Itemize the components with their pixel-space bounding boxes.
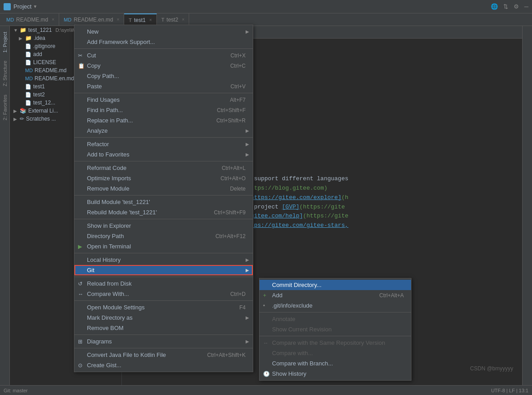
menu-item-cut[interactable]: ✂ Cut Ctrl+X: [74, 50, 253, 61]
menu-item-remove-module[interactable]: Remove Module Delete: [74, 183, 253, 194]
menu-mark-directory-label: Mark Directory as: [87, 314, 133, 321]
menu-item-reformat[interactable]: Reformat Code Ctrl+Alt+L: [74, 163, 253, 173]
menu-item-build-module[interactable]: Build Module 'test_1221': [74, 197, 253, 207]
sidebar-label-test2: test2: [33, 91, 45, 98]
menu-favorites-label: Add to Favorites: [87, 151, 130, 158]
tab-readme-md-close[interactable]: ×: [52, 17, 54, 22]
expand-icon[interactable]: ⇅: [503, 3, 508, 10]
tab-readme-en-md[interactable]: MD README.en.md ×: [59, 13, 124, 26]
separator-2: [74, 93, 253, 93]
scratches-arrow: ▶: [13, 117, 18, 122]
tab-readme-md[interactable]: MD README.md ×: [2, 13, 59, 26]
menu-item-reload[interactable]: ↺ Reload from Disk: [74, 278, 253, 289]
menu-item-directory-path[interactable]: Directory Path Ctrl+Alt+F12: [74, 231, 253, 241]
readme-md-icon: MD: [25, 68, 33, 73]
menu-add-framework-label: Add Framework Support...: [87, 39, 155, 45]
menu-find-usages-label: Find Usages: [87, 96, 120, 103]
paste-shortcut: Ctrl+V: [230, 83, 246, 90]
menu-item-remove-bom[interactable]: Remove BOM: [74, 323, 253, 333]
git-menu-show-history[interactable]: 🕐 Show History: [260, 369, 411, 379]
menu-item-compare-with[interactable]: ↔ Compare With... Ctrl+D: [74, 289, 253, 299]
compare-shortcut: Ctrl+D: [230, 291, 246, 297]
menu-cut-label: Cut: [87, 52, 96, 59]
menu-item-copy[interactable]: 📋 Copy Ctrl+C: [74, 61, 253, 71]
tab-bar: MD README.md × MD README.en.md × T test1…: [0, 13, 532, 26]
tab-test1-close[interactable]: ×: [149, 17, 152, 22]
menu-item-analyze[interactable]: Analyze: [74, 126, 253, 136]
git-separator-1: [260, 312, 411, 313]
menu-item-create-gist[interactable]: ⊙ Create Gist...: [74, 360, 253, 370]
project-dropdown[interactable]: Project ▼: [13, 3, 37, 10]
menu-item-find-in-path[interactable]: Find in Path... Ctrl+Shift+F: [74, 105, 253, 115]
menu-refactor-label: Refactor: [87, 141, 109, 148]
test1-file-icon: 📄: [25, 84, 31, 90]
menu-rebuild-module-label: Rebuild Module 'test_1221': [87, 209, 157, 216]
menu-optimize-label: Optimize Imports: [87, 175, 131, 182]
separator-10: [74, 334, 253, 335]
menu-copy-label: Copy: [87, 62, 100, 69]
test2-file-icon: 📄: [25, 92, 31, 98]
menu-item-replace-in-path[interactable]: Replace in Path... Ctrl+Shift+R: [74, 115, 253, 126]
sidebar-label-idea: .idea: [34, 35, 45, 41]
readme-en-icon: MD: [25, 76, 33, 81]
tab-test1[interactable]: T test1 ×: [124, 13, 157, 26]
add-icon: 📄: [25, 52, 31, 57]
sidebar-label-test12: test_12...: [33, 100, 55, 106]
globe-icon[interactable]: 🌐: [491, 3, 498, 10]
sidebar-label-test1221: test_1221: [28, 27, 52, 33]
side-tab-favorites[interactable]: 2: Favorites: [1, 91, 9, 124]
menu-item-new[interactable]: New: [74, 26, 253, 37]
menu-item-show-explorer[interactable]: Show in Explorer: [74, 221, 253, 231]
menu-open-terminal-label: Open in Terminal: [87, 243, 131, 250]
menu-item-refactor[interactable]: Refactor: [74, 139, 253, 149]
menu-item-open-terminal[interactable]: ▶ Open in Terminal: [74, 241, 253, 252]
tab-readme-en-md-label: README.en.md: [74, 17, 113, 23]
side-tab-project[interactable]: 1: Project: [1, 28, 9, 56]
sidebar-label-readme: README.md: [35, 67, 66, 74]
menu-item-find-usages[interactable]: Find Usages Alt+F7: [74, 95, 253, 105]
tab-readme-en-md-close[interactable]: ×: [117, 17, 119, 22]
test1-icon: T: [129, 17, 132, 23]
menu-reformat-label: Reformat Code: [87, 165, 126, 171]
menu-item-optimize[interactable]: Optimize Imports Ctrl+Alt+O: [74, 173, 253, 183]
menu-remove-bom-label: Remove BOM: [87, 325, 124, 331]
menu-item-paste[interactable]: Paste Ctrl+V: [74, 81, 253, 91]
menu-item-copy-path[interactable]: Copy Path...: [74, 71, 253, 81]
menu-item-add-framework[interactable]: Add Framework Support...: [74, 37, 253, 47]
separator-5: [74, 195, 253, 195]
tab-test2-close[interactable]: ×: [182, 17, 185, 22]
remove-module-shortcut: Delete: [230, 186, 246, 192]
menu-item-module-settings[interactable]: Open Module Settings F4: [74, 302, 253, 313]
menu-item-diagrams[interactable]: ⊞ Diagrams: [74, 336, 253, 347]
expand-arrow: ▼: [13, 28, 18, 33]
git-menu-add[interactable]: + Add Ctrl+Alt+A: [260, 290, 411, 300]
git-menu-compare-branch[interactable]: Compare with Branch...: [260, 358, 411, 369]
git-annotate-label: Annotate: [272, 316, 295, 322]
menu-item-add-favorites[interactable]: Add to Favorites: [74, 149, 253, 160]
menu-item-git[interactable]: Git: [74, 265, 253, 275]
status-text: Git: master: [4, 388, 28, 393]
module-settings-shortcut: F4: [239, 304, 246, 311]
test12-file-icon: 📄: [25, 100, 31, 106]
readme-md-icon: MD: [6, 17, 14, 22]
project-icon: [4, 3, 11, 10]
menu-copy-path-label: Copy Path...: [87, 73, 119, 79]
gitignore-icon: 📄: [25, 43, 31, 49]
menu-item-convert-kotlin[interactable]: Convert Java File to Kotlin File Ctrl+Al…: [74, 350, 253, 360]
menu-item-rebuild-module[interactable]: Rebuild Module 'test_1221' Ctrl+Shift+F9: [74, 207, 253, 217]
menu-item-local-history[interactable]: Local History: [74, 255, 253, 265]
separator-4: [74, 161, 253, 161]
external-lib-icon: 📚: [20, 108, 26, 114]
cut-icon: ✂: [78, 52, 82, 59]
settings-icon[interactable]: ⚙: [514, 3, 519, 10]
tab-test2[interactable]: T test2 ×: [157, 13, 190, 26]
watermark: CSDN @bmyyyyy: [470, 365, 513, 372]
chevron-down-icon: ▼: [33, 4, 37, 9]
side-tab-structure[interactable]: Z: Structure: [1, 57, 9, 90]
git-menu-commit-dir[interactable]: Commit Directory...: [260, 280, 411, 290]
compare-same-icon: ↔: [263, 340, 268, 346]
git-menu-exclude[interactable]: • .git/info/exclude: [260, 300, 411, 311]
menu-item-mark-directory[interactable]: Mark Directory as: [74, 313, 253, 323]
copy-icon: 📋: [78, 63, 85, 69]
minimize-icon[interactable]: ─: [524, 3, 528, 10]
